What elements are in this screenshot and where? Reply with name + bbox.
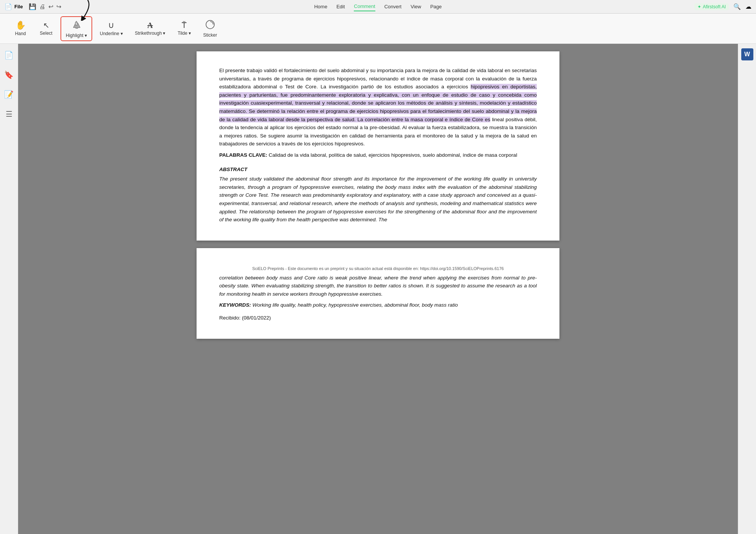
hand-tool[interactable]: ✋ Hand	[9, 19, 32, 39]
page-1-content: El presente trabajo validó el fortalecim…	[219, 66, 537, 224]
cloud-icon[interactable]: ☁	[745, 3, 751, 10]
sticker-tool[interactable]: Sticker	[198, 17, 222, 40]
sidebar-comment-icon[interactable]: 📝	[2, 88, 16, 101]
document-area: El presente trabajo validó el fortalecim…	[18, 44, 738, 534]
underline-label: Underline ▾	[100, 31, 123, 36]
page2-keywords-text: Working life quality, health policy, hyp…	[251, 302, 458, 308]
nav-convert[interactable]: Convert	[384, 2, 402, 11]
save-button[interactable]: 💾	[29, 3, 36, 10]
title-right: ✦ Afirstsoft AI 🔍 ☁	[694, 3, 751, 10]
title-actions: 💾 🖨 ↩ ↪	[29, 3, 61, 10]
right-sidebar: W	[738, 44, 756, 534]
nav-page[interactable]: Page	[430, 2, 442, 11]
ai-star-icon: ✦	[697, 4, 701, 9]
tilde-tool[interactable]: T̃ Tilde ▾	[173, 19, 195, 38]
abstract-text: The present study validated the abdomina…	[219, 175, 537, 224]
redo-button[interactable]: ↪	[56, 3, 61, 10]
page-2-footer: SciELO Preprints - Este documento es un …	[219, 266, 537, 271]
page2-keywords-label: KEYWORDS:	[219, 302, 251, 308]
toolbar: ✋ Hand ↖ Select Highlight ▾	[0, 14, 756, 44]
hand-icon: ✋	[15, 21, 26, 29]
page2-recibido: Recibido: (08/01/2022)	[219, 314, 537, 322]
recibido-label: Recibido: (08/01/2022)	[219, 315, 271, 321]
highlight-icon	[71, 19, 82, 31]
sidebar-bookmark-icon[interactable]: 🔖	[2, 68, 16, 82]
para-1: El presente trabajo validó el fortalecim…	[219, 66, 537, 148]
underline-tool[interactable]: ∪ Underline ▾	[95, 19, 127, 39]
left-sidebar: 📄 🔖 📝 ☰	[0, 44, 18, 534]
highlight-tool[interactable]: Highlight ▾	[60, 16, 92, 41]
sticker-label: Sticker	[203, 32, 217, 38]
file-menu[interactable]: 📄 File	[5, 3, 23, 10]
tilde-label: Tilde ▾	[178, 31, 191, 36]
select-icon: ↖	[43, 22, 50, 29]
page-2-content: correlation between body mass and Core r…	[219, 274, 537, 322]
strikethrough-tool[interactable]: A Strikethrough ▾	[130, 19, 170, 38]
abstract-title: ABSTRACT	[219, 165, 537, 174]
underline-icon: ∪	[108, 21, 114, 29]
file-label[interactable]: File	[14, 4, 23, 9]
highlight-label: Highlight ▾	[66, 33, 87, 38]
print-button[interactable]: 🖨	[39, 3, 45, 10]
sidebar-thumbnail-icon[interactable]: 📄	[2, 48, 16, 62]
select-label: Select	[40, 31, 52, 36]
word-icon[interactable]: W	[741, 48, 753, 60]
hand-label: Hand	[15, 31, 26, 36]
ai-badge: ✦ Afirstsoft AI	[694, 3, 729, 10]
file-icon: 📄	[5, 3, 12, 10]
strikethrough-icon: A	[147, 22, 153, 29]
sidebar-list-icon[interactable]: ☰	[3, 107, 15, 121]
keywords-text: Calidad de la vida laboral, política de …	[267, 152, 517, 158]
nav-view[interactable]: View	[411, 2, 421, 11]
search-icon[interactable]: 🔍	[733, 3, 741, 10]
nav-edit[interactable]: Edit	[336, 2, 345, 11]
page-1: El presente trabajo validó el fortalecim…	[197, 51, 559, 241]
strikethrough-label: Strikethrough ▾	[135, 31, 166, 36]
nav-home[interactable]: Home	[314, 2, 327, 11]
svg-rect-0	[75, 22, 77, 25]
tilde-icon: T̃	[182, 22, 186, 29]
top-nav: Home Edit Comment Convert View Page	[314, 2, 442, 11]
nav-comment[interactable]: Comment	[354, 2, 375, 11]
main-area: 📄 🔖 📝 ☰ El presente trabajo validó el fo…	[0, 44, 756, 534]
page-2: SciELO Preprints - Este documento es un …	[197, 248, 559, 339]
select-tool[interactable]: ↖ Select	[35, 19, 57, 38]
title-bar: 📄 File 💾 🖨 ↩ ↪ Home Edit Comment Convert…	[0, 0, 756, 14]
keywords-para: PALABRAS CLAVE: Calidad de la vida labor…	[219, 151, 537, 159]
sticker-icon	[205, 20, 215, 31]
keywords-label: PALABRAS CLAVE:	[219, 152, 267, 158]
undo-button[interactable]: ↩	[48, 3, 53, 10]
ai-label: Afirstsoft AI	[703, 4, 726, 9]
page2-para1: correlation between body mass and Core r…	[219, 274, 537, 298]
page2-keywords: KEYWORDS: Working life quality, health p…	[219, 301, 537, 309]
